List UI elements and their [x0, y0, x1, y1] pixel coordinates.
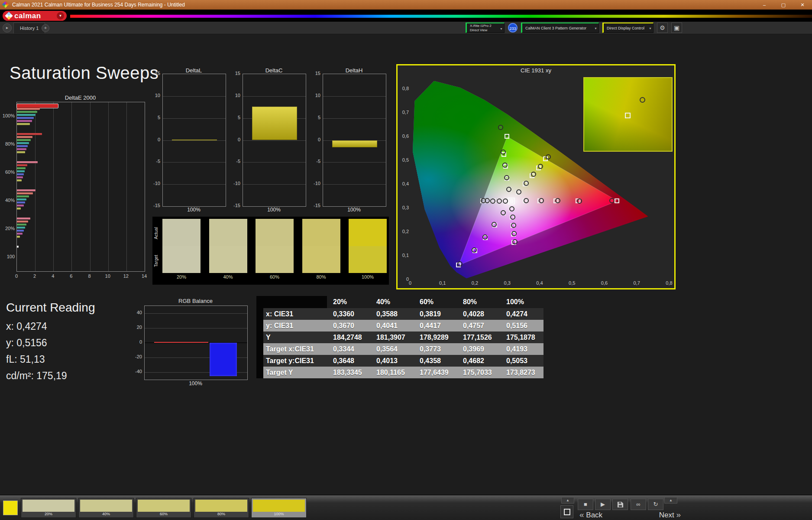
deltaE-bar — [17, 221, 28, 223]
swatch-label: 20% — [162, 274, 201, 280]
deltaE-bar — [17, 133, 42, 135]
deltaH-y-tick: 0 — [318, 136, 320, 143]
square-icon — [564, 509, 570, 515]
tab-history-1[interactable]: History 1 — [13, 23, 45, 33]
meter-device-button[interactable]: X-Rite i1Pro 2 Direct View ▼ — [466, 23, 505, 33]
maximize-button[interactable]: ▢ — [774, 0, 793, 10]
filmstrip-label: 100% — [253, 512, 305, 517]
table-cell: 178,9289 — [414, 332, 457, 343]
actual-swatch — [256, 219, 294, 246]
deltaE-bar — [17, 236, 20, 238]
play-button[interactable]: ▶ — [595, 499, 611, 510]
table-cell: 181,3907 — [370, 332, 414, 343]
table-left-stripe — [256, 296, 263, 378]
deltaE2000-chart — [16, 102, 145, 272]
rgb-y-tick: 20 — [137, 324, 142, 330]
deltaE2000-x-axis: 02468101214 — [16, 273, 155, 280]
deltaL-y-tick: 5 — [158, 114, 160, 120]
cie-measured-point — [482, 234, 488, 240]
add-tab-button[interactable]: + — [42, 24, 49, 32]
deltaE-bar — [17, 108, 40, 110]
deltaE-bar — [17, 161, 38, 163]
close-button[interactable]: ✕ — [793, 0, 812, 10]
deltaC-x-label: 100% — [243, 207, 305, 213]
filmstrip-item[interactable]: 60% — [136, 498, 191, 518]
table-row-label: x: CIE31 — [263, 308, 327, 320]
save-button[interactable] — [612, 499, 628, 510]
table-row-label: Target y:CIE31 — [263, 355, 327, 367]
cie-y-tick: 0,2 — [402, 228, 409, 234]
pattern-window-icon[interactable]: ▣ — [671, 23, 682, 33]
logo-menu-caret-icon[interactable]: ▼ — [57, 12, 64, 20]
rgb-balance-x-label: 100% — [144, 380, 247, 387]
table-cell: 0,4757 — [457, 320, 500, 332]
table-header-row: 20%40%60%80%100% — [263, 296, 543, 308]
cie-selected-point[interactable] — [508, 198, 515, 205]
table-cell: 0,3648 — [327, 355, 370, 367]
refresh-button[interactable]: ↻ — [648, 499, 663, 510]
deltaC-y-tick: 10 — [235, 92, 240, 98]
table-cell: 0,4028 — [457, 308, 500, 320]
saturation-swatch — [162, 219, 201, 273]
filmstrip-item[interactable]: 20% — [21, 498, 76, 518]
table-cell: 0,3969 — [457, 343, 500, 355]
calman-logo-button[interactable]: calman ▼ — [3, 11, 67, 21]
display-control-button[interactable]: Direct Display Control ▼ — [602, 23, 653, 33]
table-cell: 0,4358 — [414, 355, 457, 367]
reading-x: x: 0,4274 — [6, 321, 47, 332]
deltaE-x-tick: 8 — [83, 273, 96, 279]
deltaE-bar — [17, 123, 30, 125]
pattern-generator-button[interactable]: CalMAN Client 3 Pattern Generator ▼ — [521, 23, 599, 33]
deltaE-bar — [17, 205, 24, 207]
deltaE-y-tick: 40% — [5, 197, 15, 203]
deltaE-bar — [17, 202, 25, 204]
swatch-label: 40% — [209, 274, 247, 280]
table-cell: 0,4274 — [500, 308, 543, 320]
filmstrip-item[interactable]: 80% — [194, 498, 249, 518]
cie-y-axis: 0,80,70,60,50,40,30,20,10 — [398, 65, 409, 288]
stop-button[interactable]: ■ — [578, 499, 593, 510]
table-cell: 177,6439 — [414, 367, 457, 378]
filmstrip-swatch — [138, 500, 190, 512]
gridline — [243, 184, 306, 185]
next-chevron-icon: » — [676, 510, 681, 519]
cie-1931-panel[interactable]: CIE 1931 xy — [396, 64, 676, 289]
next-button[interactable]: Next » — [633, 510, 681, 520]
measurement-count-badge: 233 — [508, 23, 518, 32]
deltaH-title: DeltaH — [323, 67, 385, 74]
deltaE2000-y-axis: 100%80%60%40%20%100 — [0, 102, 15, 271]
chevron-up-icon[interactable]: ▲ — [561, 497, 574, 504]
next-label: Next — [659, 511, 674, 519]
filmstrip-label: 80% — [195, 512, 247, 517]
cie-measured-point — [504, 175, 509, 180]
actual-swatch — [349, 219, 387, 246]
deltaL-x-label: 100% — [162, 207, 225, 213]
cie-y-tick: 0,4 — [402, 181, 409, 187]
back-button[interactable]: « Back — [579, 510, 627, 520]
cie-zoom-inset — [583, 77, 673, 152]
deltaE-bar — [17, 192, 33, 195]
deltaE-bar — [17, 104, 58, 108]
rgb-y-tick: -20 — [135, 354, 142, 360]
tab-scroll-button[interactable]: ► — [3, 23, 12, 32]
gridline — [243, 162, 306, 162]
gridline — [163, 96, 226, 97]
deltaC-y-tick: -10 — [233, 180, 240, 186]
cie-y-tick: 0 — [406, 276, 409, 282]
chevron-up-icon[interactable]: ▲ — [664, 497, 677, 504]
filmstrip-item[interactable]: 40% — [78, 498, 134, 518]
loop-button[interactable]: ∞ — [631, 499, 646, 510]
gear-icon[interactable]: ⚙ — [657, 23, 668, 33]
table-cell: 173,8273 — [500, 367, 543, 378]
minimize-button[interactable]: – — [755, 0, 774, 10]
cie-x-tick: 0,6 — [598, 280, 611, 286]
calman-wordmark: calman — [14, 12, 57, 20]
pattern-window-button[interactable] — [560, 505, 573, 518]
deltaE-bar — [17, 151, 25, 153]
filmstrip-item[interactable]: 100% — [251, 498, 307, 518]
deltaC-y-tick: 0 — [238, 136, 240, 143]
deltaE-bar — [17, 136, 32, 138]
tab-bar: ► History 1 + X-Rite i1Pro 2 Direct View… — [0, 22, 812, 34]
deltaH-y-tick: -10 — [314, 180, 320, 186]
device-toolbar: X-Rite i1Pro 2 Direct View ▼ 233 CalMAN … — [466, 23, 682, 33]
